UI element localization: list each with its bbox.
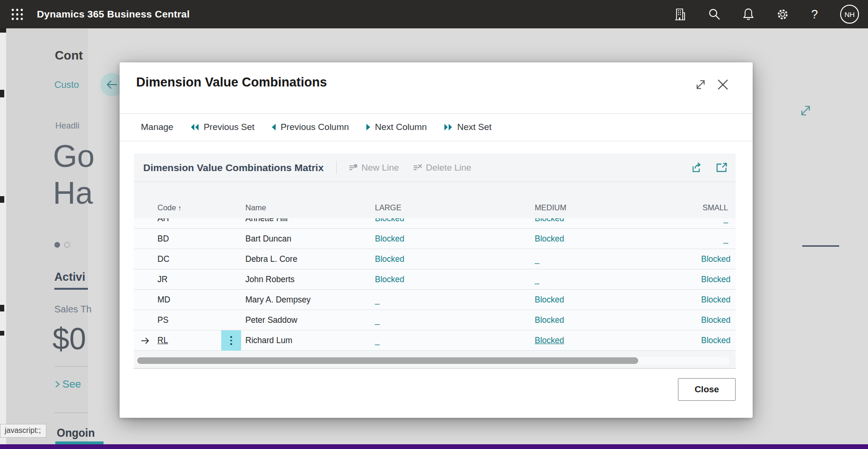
waffle-icon [11,8,24,21]
cell-large[interactable]: Blocked [365,254,525,264]
cell-medium[interactable]: Blocked [525,218,692,224]
cell-large[interactable]: _ [365,336,525,345]
cell-small[interactable]: _ [692,218,736,224]
app-header: Dynamics 365 Business Central [0,0,868,28]
bg-ongoing-heading: Ongoin [57,427,95,440]
cell-code[interactable]: DC [156,254,221,264]
cell-name[interactable]: Peter Saddow [241,315,365,325]
cell-medium[interactable]: Blocked [525,336,692,345]
cell-code[interactable]: AH [156,218,221,224]
cell-code[interactable]: JR [156,275,221,285]
double-right-triangle-icon [444,123,453,131]
building-icon [674,8,686,21]
cell-medium[interactable]: Blocked [525,295,692,305]
help-button[interactable]: ? [811,8,818,21]
cell-large[interactable]: Blocked [365,234,525,244]
cell-name[interactable]: Bart Duncan [241,234,365,244]
manage-menu-button[interactable]: Manage [141,122,174,132]
left-triangle-icon [271,123,276,131]
dialog-title: Dimension Value Combinations [136,75,327,90]
cell-code[interactable]: MD [156,295,221,305]
bg-sales-label: Sales Th [54,304,92,315]
cell-code[interactable]: RL [156,336,221,345]
dialog-expand-button[interactable] [694,78,707,91]
menu-cell [221,330,241,351]
row-context-menu-button[interactable] [221,330,241,351]
open-matrix-in-new-button[interactable] [716,162,728,173]
bg-customers-link[interactable]: Custo [54,79,79,90]
carousel-dot-active[interactable] [54,242,60,248]
new-line-label: New Line [362,163,399,173]
cell-name[interactable]: John Roberts [241,275,365,285]
company-environment-button[interactable] [674,8,686,21]
share-matrix-button[interactable] [691,162,703,174]
cell-small[interactable]: Blocked [692,254,736,264]
cell-large[interactable]: Blocked [365,218,525,224]
cell-small[interactable]: Blocked [692,295,736,305]
settings-button[interactable] [776,8,789,21]
cell-small[interactable]: Blocked [692,315,736,325]
bg-section-underline [802,245,839,247]
column-header-medium[interactable]: MEDIUM [525,203,692,218]
header-spacer [134,212,156,218]
divider [336,161,337,174]
previous-set-button[interactable]: Previous Set [191,122,255,132]
column-header-name[interactable]: Name [241,203,365,218]
app-launcher-button[interactable] [10,7,24,21]
matrix-title: Dimension Value Combinations Matrix [143,162,324,173]
matrix-titlebar: Dimension Value Combinations Matrix New … [134,154,736,182]
menu-cell [221,269,241,290]
bell-icon [743,8,754,21]
cell-medium[interactable]: _ [525,275,692,285]
bg-headline-label: Headli [55,121,79,131]
cell-large[interactable]: _ [365,295,525,305]
cell-small[interactable]: Blocked [692,336,736,345]
double-left-triangle-icon [191,123,200,131]
cell-small[interactable]: Blocked [692,275,736,285]
new-line-icon [349,164,358,172]
next-column-button[interactable]: Next Column [366,122,427,132]
gear-icon [776,8,789,21]
column-header-code[interactable]: Code↑ [156,203,221,218]
delete-line-label: Delete Line [426,163,471,173]
expand-pane-button[interactable] [799,104,812,119]
close-icon [716,78,729,91]
cell-medium[interactable]: _ [525,254,692,264]
column-header-small[interactable]: SMALL [692,203,736,218]
cell-large[interactable]: Blocked [365,275,525,285]
right-triangle-icon [366,123,371,131]
cell-code[interactable]: PS [156,315,221,325]
dialog-close-button[interactable] [716,78,729,91]
carousel-dot[interactable] [64,242,70,248]
bg-activities-heading: Activi [54,270,85,284]
cell-name[interactable]: Annette Hill [241,218,365,224]
previous-column-button[interactable]: Previous Column [271,122,349,132]
cell-code[interactable]: BD [156,234,221,244]
delete-line-button-disabled[interactable]: Delete Line [413,163,471,173]
cell-medium[interactable]: Blocked [525,234,692,244]
popout-icon [716,162,728,173]
new-line-button-disabled[interactable]: New Line [349,163,399,173]
bg-amount: $0 [52,321,86,356]
search-button[interactable] [708,8,720,20]
bg-divider [54,366,88,367]
close-button[interactable]: Close [678,378,736,401]
cell-large[interactable]: _ [365,315,525,325]
cell-small[interactable]: _ [692,234,736,244]
account-avatar[interactable]: NH [840,5,859,24]
expand-icon [799,104,812,117]
cell-name[interactable]: Richard Lum [241,336,365,345]
app-title[interactable]: Dynamics 365 Business Central [37,9,190,20]
horizontal-scrollbar-thumb[interactable] [137,357,638,364]
next-set-button[interactable]: Next Set [444,122,492,132]
bg-see-more-link[interactable]: See [54,378,81,390]
header-spacer [221,212,241,218]
notifications-button[interactable] [743,8,754,21]
expand-icon [694,78,707,91]
menu-cell [221,290,241,310]
column-header-large[interactable]: LARGE [365,203,525,218]
cell-name[interactable]: Debra L. Core [241,254,365,264]
cell-medium[interactable]: Blocked [525,315,692,325]
cell-name[interactable]: Mary A. Dempsey [241,295,365,305]
dimension-value-combinations-dialog: Dimension Value Combinations Manage Prev… [120,62,753,418]
